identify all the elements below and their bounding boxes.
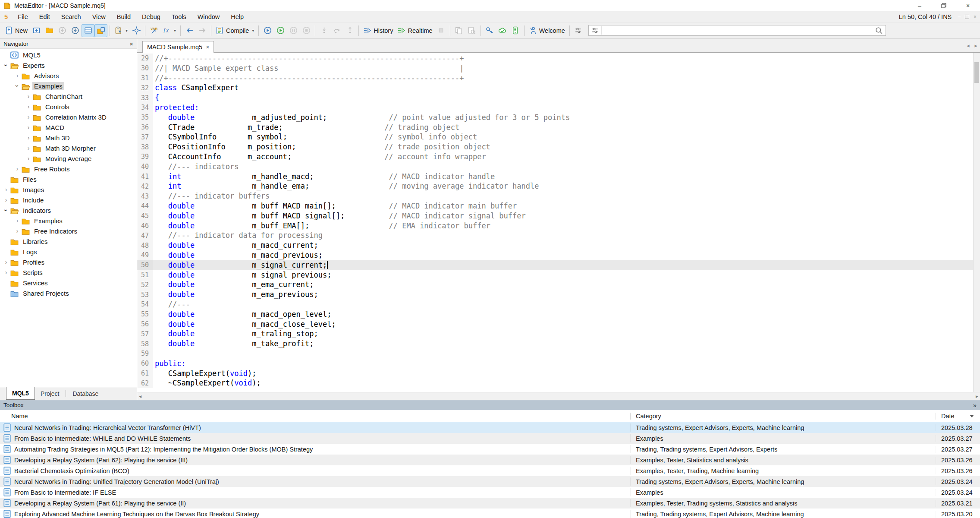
tab-scroll-left-icon[interactable]: ◂ bbox=[967, 42, 970, 49]
welcome-button[interactable]: Welcome bbox=[527, 24, 567, 37]
code-line[interactable]: 47 //--- indicator data for processing bbox=[137, 231, 973, 240]
code-line[interactable]: 45 double m_buff_MACD_signal[]; // MACD … bbox=[137, 211, 973, 221]
chevron-expanded-icon[interactable]: › bbox=[3, 62, 9, 69]
functions-button[interactable]: ƒx▾ bbox=[160, 24, 178, 37]
doc-restore-icon[interactable] bbox=[965, 15, 969, 19]
key-button[interactable] bbox=[483, 24, 496, 37]
article-row[interactable]: Developing a Replay System (Part 61): Pl… bbox=[0, 498, 980, 509]
tab-close-icon[interactable]: × bbox=[206, 44, 209, 51]
article-row[interactable]: Neural Networks in Trading: Hierarchical… bbox=[0, 422, 980, 433]
menu-debug[interactable]: Debug bbox=[136, 13, 166, 20]
search-in-files-button[interactable] bbox=[465, 24, 478, 37]
cloud-sync-button[interactable] bbox=[496, 24, 509, 37]
chevron-collapsed-icon[interactable]: › bbox=[25, 134, 32, 141]
code-line[interactable]: 62 ~CSampleExpert(void); bbox=[137, 378, 973, 388]
code-line[interactable]: 53 double m_ema_previous; bbox=[137, 290, 973, 300]
toolbox-expand-icon[interactable]: » bbox=[973, 401, 977, 409]
chevron-collapsed-icon[interactable]: › bbox=[3, 196, 9, 203]
step-over-button[interactable] bbox=[330, 24, 343, 37]
code-line[interactable]: 56 double m_macd_close_level; bbox=[137, 319, 973, 329]
menu-file[interactable]: File bbox=[12, 13, 33, 20]
tree-item-scripts[interactable]: ›Scripts bbox=[0, 267, 137, 278]
chevron-collapsed-icon[interactable]: › bbox=[14, 165, 21, 172]
tree-item-logs[interactable]: Logs bbox=[0, 246, 137, 257]
code-line[interactable]: 35 double m_adjusted_point; // point val… bbox=[137, 113, 973, 123]
tree-item-mql5[interactable]: MQL5 bbox=[0, 50, 137, 60]
tree-item-moving-average[interactable]: ›Moving Average bbox=[0, 153, 137, 164]
tab-macd-sample[interactable]: MACD Sample.mq5 × bbox=[142, 41, 214, 53]
code-line[interactable]: 34protected: bbox=[137, 103, 973, 113]
code-line[interactable]: 60public: bbox=[137, 359, 973, 369]
tree-item-free-indicators[interactable]: ›Free Indicators bbox=[0, 226, 137, 236]
scroll-right-icon[interactable]: ▸ bbox=[976, 393, 978, 399]
step-out-button[interactable] bbox=[343, 24, 356, 37]
code-line[interactable]: 50 double m_signal_current; bbox=[137, 260, 973, 270]
code-line[interactable]: 30//| MACD Sample expert class | bbox=[137, 63, 973, 73]
tree-item-advisors[interactable]: ›Advisors bbox=[0, 70, 137, 81]
chevron-collapsed-icon[interactable]: › bbox=[14, 227, 21, 234]
chevron-expanded-icon[interactable]: › bbox=[3, 207, 9, 214]
download-button[interactable] bbox=[56, 24, 69, 37]
code-line[interactable]: 38 CPositionInfo m_position; // trade po… bbox=[137, 142, 973, 152]
article-row[interactable]: Exploring Advanced Machine Learning Tech… bbox=[0, 509, 980, 518]
scroll-left-icon[interactable]: ◂ bbox=[139, 393, 141, 399]
chevron-collapsed-icon[interactable]: › bbox=[25, 155, 32, 162]
chevron-collapsed-icon[interactable]: › bbox=[25, 114, 32, 120]
editor-horizontal-scrollbar[interactable]: ◂ ▸ bbox=[137, 392, 980, 400]
code-line[interactable]: 29//+-----------------------------------… bbox=[137, 54, 973, 63]
navigator-tab-database[interactable]: Database bbox=[67, 387, 104, 400]
column-header-category[interactable]: Category bbox=[631, 413, 936, 420]
chevron-collapsed-icon[interactable]: › bbox=[25, 103, 32, 110]
stop-button[interactable] bbox=[300, 24, 313, 37]
forward-button[interactable] bbox=[196, 24, 209, 37]
tree-item-chartinchart[interactable]: ›ChartInChart bbox=[0, 91, 137, 101]
chevron-collapsed-icon[interactable]: › bbox=[3, 259, 9, 265]
sparkle-button[interactable] bbox=[130, 24, 143, 37]
tree-item-controls[interactable]: ›Controls bbox=[0, 101, 137, 112]
code-line[interactable]: 52 double m_ema_current; bbox=[137, 280, 973, 290]
mobile-button[interactable] bbox=[509, 24, 522, 37]
tree-item-files[interactable]: Files bbox=[0, 174, 137, 184]
tree-item-macd[interactable]: ›MACD bbox=[0, 122, 137, 133]
realtime-button[interactable]: Realtime bbox=[395, 24, 434, 37]
article-row[interactable]: Neural Networks in Trading: Unified Traj… bbox=[0, 476, 980, 487]
code-line[interactable]: 32class CSampleExpert bbox=[137, 83, 973, 93]
code-editor[interactable]: 29//+-----------------------------------… bbox=[137, 53, 973, 392]
tree-item-free-robots[interactable]: ›Free Robots bbox=[0, 164, 137, 174]
chevron-collapsed-icon[interactable]: › bbox=[14, 72, 21, 79]
code-line[interactable]: 55 double m_macd_open_level; bbox=[137, 310, 973, 319]
new-window-button[interactable] bbox=[30, 24, 43, 37]
chevron-collapsed-icon[interactable]: › bbox=[25, 93, 32, 100]
menu-view[interactable]: View bbox=[87, 13, 111, 20]
step-into-button[interactable] bbox=[317, 24, 330, 37]
article-row[interactable]: From Basic to Intermediate: WHILE and DO… bbox=[0, 433, 980, 444]
tab-scroll-right-icon[interactable]: ▸ bbox=[974, 42, 977, 49]
doc-minimize-icon[interactable]: – bbox=[958, 14, 961, 20]
chevron-collapsed-icon[interactable]: › bbox=[3, 269, 9, 276]
tree-item-profiles[interactable]: ›Profiles bbox=[0, 257, 137, 267]
code-line[interactable]: 37 CSymbolInfo m_symbol; // symbol info … bbox=[137, 132, 973, 142]
tree-item-examples[interactable]: ›Examples bbox=[0, 81, 137, 91]
code-line[interactable]: 42 int m_handle_ema; // moving average i… bbox=[137, 181, 973, 191]
tree-item-services[interactable]: Services bbox=[0, 278, 137, 288]
chevron-collapsed-icon[interactable]: › bbox=[25, 145, 32, 152]
code-line[interactable]: 49 double m_macd_previous; bbox=[137, 250, 973, 260]
code-line[interactable]: 57 double m_traling_stop; bbox=[137, 329, 973, 339]
tree-item-correlation-matrix-3d[interactable]: ›Correlation Matrix 3D bbox=[0, 112, 137, 122]
code-line[interactable]: 48 double m_macd_current; bbox=[137, 240, 973, 250]
download-all-button[interactable] bbox=[69, 24, 82, 37]
navigator-close-icon[interactable]: × bbox=[129, 40, 133, 47]
code-line[interactable]: 46 double m_buff_EMA[]; // EMA indicator… bbox=[137, 221, 973, 231]
restore-button[interactable] bbox=[932, 0, 956, 11]
tree-item-indicators[interactable]: ›Indicators bbox=[0, 205, 137, 215]
toggle-toolbox-button[interactable] bbox=[82, 24, 94, 37]
debug-button[interactable] bbox=[261, 24, 274, 37]
scrollbar-thumb[interactable] bbox=[974, 62, 979, 83]
chevron-collapsed-icon[interactable]: › bbox=[25, 124, 32, 131]
tree-item-math-3d-morpher[interactable]: ›Math 3D Morpher bbox=[0, 143, 137, 153]
column-header-name[interactable]: Name bbox=[0, 413, 631, 420]
copy-button[interactable] bbox=[452, 24, 465, 37]
article-row[interactable]: Developing a Replay System (Part 62): Pl… bbox=[0, 455, 980, 465]
column-header-date[interactable]: Date bbox=[936, 413, 980, 420]
code-line[interactable]: 44 double m_buff_MACD_main[]; // MACD in… bbox=[137, 201, 973, 211]
